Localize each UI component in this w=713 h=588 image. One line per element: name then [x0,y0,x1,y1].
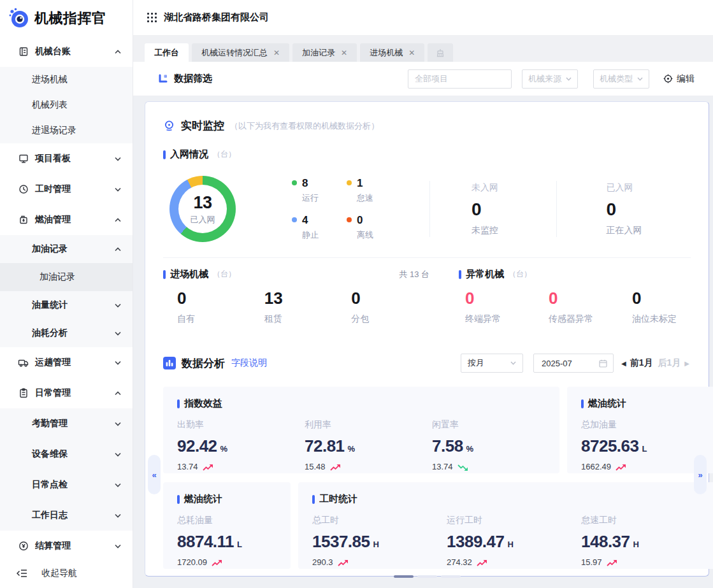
machine-type-select[interactable]: 机械类型 [593,69,649,89]
metric-total-refuel: 总加油量 8725.63L 1662.49 [581,419,713,471]
sidebar-item-daily-management[interactable]: 日常管理 [0,378,133,408]
section-title: 实时监控 [181,118,224,133]
dashboard-card: 实时监控 （以下为我有查看权限的机械数据分析） 入网情况 （台） 13 已入网 [145,101,709,577]
carousel-next-button[interactable]: » [694,455,707,494]
app-root: 机械指挥官 机械台账 进场机械 机械列表 进退场记录 [0,0,713,588]
sidebar-item-entered-machines[interactable]: 进场机械 [0,67,133,92]
accent-bar [459,270,461,279]
chevron-down-icon [115,422,121,426]
chevron-up-icon [115,247,121,252]
sidebar-item-entry-exit-records[interactable]: 进退场记录 [0,118,133,143]
sidebar-item-machine-list[interactable]: 机械列表 [0,92,133,118]
network-status-row: 13 已入网 8运行 1怠速 [163,172,691,246]
sidebar-item-work-hours[interactable]: 工时管理 [0,174,133,204]
tab-refuel-records[interactable]: 加油记录 ✕ [292,43,357,62]
chevron-down-icon [566,77,572,81]
tab-machine-operation-summary[interactable]: 机械运转情况汇总 ✕ [192,43,289,62]
carousel-indicators [163,575,691,578]
chevron-down-icon [115,513,121,518]
edit-button[interactable]: 编辑 [663,73,695,85]
legend-item-idle: 1怠速 [347,177,401,204]
sidebar-item-project-board[interactable]: 项目看板 [0,143,133,174]
sidebar-item-oil-volume-stats[interactable]: 油量统计 [0,291,133,319]
tab-workbench[interactable]: 工作台 [145,43,189,62]
brand-name: 机械指挥官 [34,9,106,28]
analysis-controls: 按月 2025-07 [461,354,689,373]
sidebar-item-refuel-records-group[interactable]: 加油记录 [0,235,133,263]
trend-icon [330,462,341,471]
fuel-icon [18,215,29,226]
trend-icon [607,557,617,567]
machine-stats-row: 进场机械 （台） 共 13 台 0 自有 13 租赁 [163,268,691,332]
chevron-down-icon [115,452,121,457]
tab-entered-machines[interactable]: 进场机械 ✕ [360,43,424,62]
close-icon[interactable]: ✕ [341,48,347,57]
sidebar-item-equipment-maintenance[interactable]: 设备维保 [0,439,133,470]
company-name: 湖北省路桥集团有限公司 [164,11,269,24]
card-fuel-stats-refuel: 燃油统计 总加油量 8725.63L 1662.49 [567,387,713,473]
sidebar-submenu-daily: 考勤管理 设备维保 日常点检 工作日志 [0,408,133,531]
carousel-dot[interactable] [441,575,461,578]
carousel-dot[interactable] [417,575,437,578]
sidebar-item-transport-management[interactable]: 运趟管理 [0,347,133,378]
sidebar-item-fuel-consumption-analysis[interactable]: 油耗分析 [0,319,133,347]
accent-bar [177,399,180,408]
sidebar-item-settlement[interactable]: 结算管理 [0,531,133,559]
sidebar-item-fuel-management[interactable]: 燃油管理 [0,204,133,235]
network-status-label: 入网情况 （台） [163,148,691,161]
sidebar-item-machine-ledger[interactable]: 机械台账 [0,36,133,67]
accent-bar [163,150,166,159]
prev-month-button[interactable]: ◀ 前1月 [621,357,653,369]
metric-total-fuel-consumed: 总耗油量 8874.11L 1720.09 [177,515,291,567]
card-index-benefit: 指数效益 出勤率 92.42% 13.74 [163,387,559,473]
donut-total: 13 [193,193,212,213]
legend-dot [292,180,297,185]
project-filter-input[interactable] [408,69,512,89]
carousel-dot[interactable] [394,575,414,578]
donut-center: 13 已入网 [178,185,227,233]
total-count-note: 共 13 台 [399,269,429,280]
sidebar-submenu-fuel: 加油记录 加油记录 油量统计 油耗分析 [0,235,133,347]
donut-total-label: 已入网 [191,214,215,226]
stat-leased: 13 租赁 [264,289,352,325]
trend-icon [616,462,626,471]
clear-tabs-button[interactable] [428,43,453,62]
carousel-prev-button[interactable]: « [148,455,161,494]
sidebar-item-work-log[interactable]: 工作日志 [0,500,133,531]
metric-idle-rate: 闲置率 7.58% 13.74 [432,419,559,471]
section-title: 数据分析 [182,356,225,371]
next-month-button[interactable]: 后1月 ▶ [658,357,690,369]
sidebar-item-refuel-records[interactable]: 加油记录 [0,263,133,291]
stat-terminal-abnormal: 0 终端异常 [465,289,549,325]
legend-item-static: 4静止 [292,214,347,241]
accent-bar [177,495,180,504]
legend-dot [347,217,352,222]
monitor-icon [163,120,175,132]
close-icon[interactable]: ✕ [408,48,415,57]
collapse-nav-button[interactable]: 收起导航 [0,559,133,588]
stat-oil-uncalibrated: 0 油位未标定 [632,289,713,325]
machine-source-select[interactable]: 机械来源 [522,69,578,89]
close-icon[interactable]: ✕ [273,48,280,57]
trend-icon [457,462,468,471]
tab-bar: 工作台 机械运转情况汇总 ✕ 加油记录 ✕ 进场机械 ✕ [133,36,713,62]
divider [556,181,557,237]
chevron-down-icon [115,303,121,308]
period-select[interactable]: 按月 [461,354,523,373]
app-grid-icon[interactable] [147,13,157,22]
field-description-link[interactable]: 字段说明 [231,357,267,369]
edit-settings-icon [663,74,673,83]
month-picker[interactable]: 2025-07 [533,354,614,373]
chevron-down-icon [510,361,516,365]
top-header: 湖北省路桥集团有限公司 [133,0,713,36]
ledger-icon [18,47,29,57]
sidebar: 机械指挥官 机械台账 进场机械 机械列表 进退场记录 [0,0,133,588]
truck-icon [18,357,29,368]
sidebar-item-daily-inspection[interactable]: 日常点检 [0,470,133,500]
legend-item-running: 8运行 [292,177,347,204]
sidebar-nav: 机械台账 进场机械 机械列表 进退场记录 项目看板 [0,36,133,559]
clear-tabs-icon [436,48,445,57]
sidebar-item-attendance[interactable]: 考勤管理 [0,408,133,439]
trend-icon [477,557,487,567]
chevron-down-icon [637,77,643,81]
